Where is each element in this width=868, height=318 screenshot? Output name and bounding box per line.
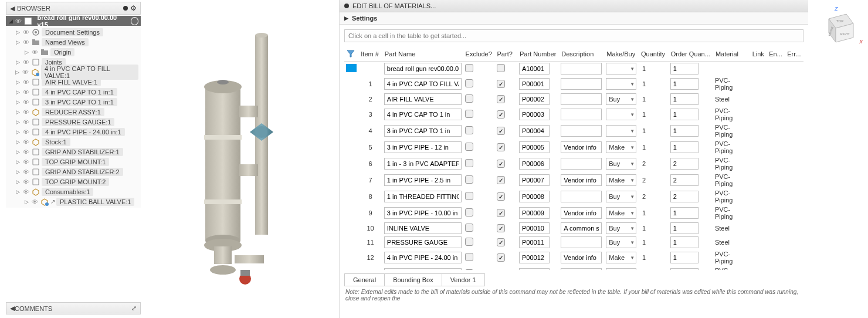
col-makebuy[interactable]: Make/Buy [604,47,639,62]
expand-icon[interactable]: ▷ [15,129,21,135]
tree-item[interactable]: ▷👁TOP GRIP MOUNT:1 [6,157,141,167]
col-orderqty[interactable]: Order Quan... [669,47,713,62]
checkbox-part[interactable] [497,95,505,103]
tree-item[interactable]: ▷👁TOP GRIP MOUNT:2 [6,177,141,187]
cell-description[interactable] [561,191,602,202]
tree-item[interactable]: ▷👁Stock:1 [6,137,141,147]
tree-item[interactable]: ▷👁GRIP AND STABILIZER:2 [6,167,141,177]
cell-description[interactable] [561,158,602,170]
checkbox-exclude[interactable] [465,94,473,103]
col-part-q[interactable]: Part? [495,47,517,62]
checkbox-exclude[interactable] [465,269,473,270]
cell-partnumber[interactable] [519,222,550,234]
col-description[interactable]: Description [559,47,604,62]
checkbox-exclude[interactable] [465,238,473,246]
cell-description[interactable] [561,236,602,248]
eye-icon[interactable]: 👁 [22,168,30,175]
cell-partnumber[interactable] [519,109,550,120]
expand-icon[interactable]: ▷ [15,169,21,175]
cell-partnumber[interactable] [519,125,550,137]
cell-partnumber[interactable] [519,236,550,248]
select-makebuy[interactable]: Buy▼ [606,158,636,170]
checkbox-part[interactable] [497,238,505,246]
cell-description[interactable] [561,141,602,153]
checkbox-part[interactable] [497,224,505,232]
tree-item[interactable]: ▷👁Named Views [6,37,141,47]
cell-partnumber[interactable] [519,158,550,170]
eye-icon[interactable]: 👁 [22,178,30,185]
tree-item[interactable]: ▷👁Document Settings [6,27,141,37]
cell-partnumber[interactable] [519,141,550,153]
cell-orderqty[interactable] [670,109,699,120]
eye-icon[interactable]: 👁 [22,109,30,116]
col-link[interactable]: Link [750,47,767,62]
eye-icon[interactable]: 👁 [22,79,30,86]
eye-icon[interactable]: 👁 [30,49,39,56]
eye-icon[interactable]: 👁 [22,29,30,36]
checkbox-part[interactable] [497,192,505,201]
select-makebuy[interactable]: Buy▼ [606,93,636,105]
checkbox-exclude[interactable] [465,126,473,134]
expand-icon[interactable]: ▷ [23,49,29,55]
cell-description[interactable] [561,109,602,120]
cell-orderqty[interactable] [670,222,699,234]
eye-icon[interactable]: 👁 [22,188,30,195]
eye-icon[interactable]: 👁 [22,119,30,126]
cell-partname[interactable] [384,236,462,248]
cell-orderqty[interactable] [670,141,699,153]
expand-icon[interactable]: ▷ [15,89,21,95]
expand-icon[interactable]: ▷ [15,119,21,125]
tab-vendor-1[interactable]: Vendor 1 [442,273,485,286]
expand-icon[interactable]: ▷ [15,139,21,145]
tree-item[interactable]: ▷👁4 in PVC CAP TO 1 in:1 [6,87,141,97]
expand-icon[interactable]: ▷ [15,59,21,65]
viewport-3d[interactable] [152,0,334,317]
tree-item[interactable]: ▷👁Origin [6,47,141,57]
select-makebuy[interactable]: Make▼ [606,252,636,263]
row-selected-icon[interactable] [346,64,357,72]
collapse-icon[interactable]: ◀ [10,305,15,312]
col-exclude[interactable]: Exclude? [463,47,495,62]
eye-icon[interactable]: 👁 [22,138,30,146]
cell-partname[interactable] [384,63,462,75]
select-makebuy[interactable]: Make▼ [606,207,636,219]
expand-icon[interactable]: ▷ [15,189,21,195]
cell-partnumber[interactable] [519,191,550,202]
tree-item[interactable]: ▷👁3 in PVC CAP TO 1 in:1 [6,97,141,107]
cell-partname[interactable] [384,141,462,153]
cell-partnumber[interactable] [519,268,550,270]
eye-icon[interactable]: 👁 [22,89,30,96]
cell-description[interactable] [561,222,602,234]
cell-orderqty[interactable] [670,207,699,219]
cell-partname[interactable] [384,268,462,270]
select-makebuy[interactable]: Buy▼ [606,191,636,202]
col-en[interactable]: En... [767,47,785,62]
options-icon[interactable] [123,6,128,11]
refresh-icon[interactable] [131,17,138,25]
cell-partname[interactable] [384,158,462,170]
select-makebuy[interactable]: Make▼ [606,141,636,153]
viewcube[interactable]: Z X TOP FRONT RIGHT [817,7,859,49]
tree-item[interactable]: ▷👁GRIP AND STABILIZER:1 [6,147,141,157]
select-makebuy[interactable]: ▼ [606,78,636,90]
cell-description[interactable] [561,78,602,90]
expand-icon[interactable]: ▷ [15,99,21,105]
cell-orderqty[interactable] [670,268,699,270]
select-makebuy[interactable]: ▼ [606,109,636,120]
cell-partname[interactable] [384,191,462,202]
checkbox-exclude[interactable] [465,208,473,216]
checkbox-part[interactable] [497,110,505,119]
cell-partname[interactable] [384,222,462,234]
eye-icon[interactable]: 👁 [22,59,30,66]
filter-icon[interactable] [347,49,355,57]
cell-partname[interactable] [384,125,462,137]
cell-partname[interactable] [384,109,462,120]
checkbox-part[interactable] [497,143,505,151]
col-item[interactable]: Item # [358,47,382,62]
select-makebuy[interactable]: Buy▼ [606,222,636,234]
col-err[interactable]: Err... [785,47,803,62]
cell-orderqty[interactable] [670,125,699,137]
cell-description[interactable] [561,125,602,137]
checkbox-part[interactable] [497,80,505,88]
eye-icon[interactable]: 👁 [22,69,30,76]
